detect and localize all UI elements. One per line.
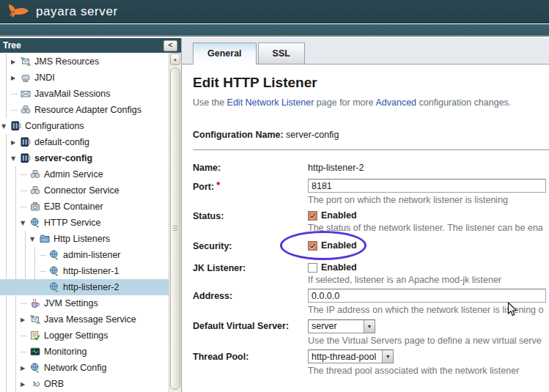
status-checkbox[interactable] <box>308 211 317 221</box>
tree-guide-line <box>1 215 11 231</box>
tree-scrollbar[interactable]: ▲ <box>169 53 181 392</box>
tree-guide-line <box>1 70 11 86</box>
status-checkbox-row: Enabled <box>308 209 549 221</box>
port-label: Port:* <box>193 179 308 205</box>
expand-node-icon[interactable]: ▶ <box>21 381 30 388</box>
tree-guide-line <box>11 215 21 231</box>
section-divider <box>193 149 549 150</box>
tree-item-default-config[interactable]: ▶default-config <box>0 134 181 150</box>
navigation-tree-panel: Tree < ▶JMS Resources▶JNDIJavaMail Sessi… <box>0 38 182 392</box>
tree-item-resource-adapter-configs[interactable]: Resource Adapter Configs <box>0 102 181 118</box>
tree-item-http-service[interactable]: ▼HTTP Service <box>0 215 181 231</box>
security-checkbox-row: Enabled <box>308 239 549 251</box>
tree-item-admin-service[interactable]: Admin Service <box>0 166 181 182</box>
tree-body: ▶JMS Resources▶JNDIJavaMail SessionsReso… <box>0 53 181 392</box>
tab-ssl[interactable]: SSL <box>258 42 305 64</box>
tree-item-connector-service[interactable]: Connector Service <box>0 182 181 199</box>
field-row-default-virtual-server: Default Virtual Server:server▼Use the Vi… <box>193 319 549 346</box>
tree-item-monitoring[interactable]: Monitoring <box>0 344 181 360</box>
tree-guide-line <box>30 263 40 279</box>
tree-item-http-listeners[interactable]: ▼Http Listeners <box>0 231 181 247</box>
tree-guide-line <box>1 134 11 150</box>
expand-node-icon[interactable]: ▶ <box>11 139 21 146</box>
tree-guide-line <box>1 376 11 392</box>
field-row-address: Address:0.0.0.0The IP address on which t… <box>193 289 549 315</box>
tree-item-orb[interactable]: ▶ORB <box>0 376 181 392</box>
tree-guide-line <box>11 376 21 392</box>
jndi-icon <box>21 73 33 83</box>
tree-item-server-config[interactable]: ▼server-config <box>0 150 181 166</box>
tree-connector <box>21 344 30 360</box>
jk-listener-checkbox[interactable] <box>308 263 317 273</box>
page-intro: Use the Edit Network Listener page for m… <box>193 97 549 108</box>
name-label: Name: <box>193 160 308 175</box>
tree-guide-line <box>11 279 21 295</box>
brand-text: payara server <box>36 4 118 19</box>
tree-item-jndi[interactable]: ▶JNDI <box>0 70 181 86</box>
collapse-tree-button[interactable]: < <box>163 40 177 51</box>
tree-item-jms-resources[interactable]: ▶JMS Resources <box>0 53 181 70</box>
dropdown-arrow-icon[interactable]: ▼ <box>364 320 375 333</box>
tree-item-admin-listener[interactable]: admin-listener <box>0 247 181 263</box>
thread-pool-control: http-thread-pool▼The thread pool associa… <box>308 350 549 377</box>
tree-item-network-config[interactable]: ▶Network Config <box>0 360 181 376</box>
thread-pool-selected-value: http-thread-pool <box>309 352 382 362</box>
tree-item-label: ORB <box>44 379 64 389</box>
tree-item-label: Logger Settings <box>44 330 108 341</box>
tree-item-configurations[interactable]: ▼Configurations <box>0 118 181 134</box>
collapse-node-icon[interactable]: ▼ <box>11 155 21 162</box>
port-help-text: The port on which the network listener i… <box>308 195 549 205</box>
tree-item-label: Configurations <box>25 121 84 131</box>
intro-text: page for more <box>314 97 375 108</box>
thread-pool-help-text: The thread pool associated with the netw… <box>308 366 549 376</box>
tree-item-label: admin-listener <box>63 250 121 260</box>
thread-pool-select[interactable]: http-thread-pool▼ <box>308 350 394 363</box>
scroll-up-arrow-icon[interactable]: ▲ <box>170 53 180 65</box>
edit-network-listener-link[interactable]: Edit Network Listener <box>227 97 314 108</box>
tree-guide-line <box>1 86 11 102</box>
tree-item-jvm-settings[interactable]: JVM Settings <box>0 295 181 311</box>
globe-icon <box>30 218 43 228</box>
status-label: Status: <box>193 209 308 233</box>
default-virtual-server-control: server▼Use the Virtual Servers page to d… <box>308 319 549 346</box>
tree-connector <box>21 328 30 344</box>
field-row-security: Security:Enabled <box>193 239 549 254</box>
secondary-toolbar <box>0 24 549 37</box>
required-asterisk: * <box>216 180 220 191</box>
collapse-node-icon[interactable]: ▼ <box>30 236 40 243</box>
tree-item-http-listener-2[interactable]: http-listener-2 <box>0 279 181 295</box>
advanced-link[interactable]: Advanced <box>375 97 416 108</box>
expand-node-icon[interactable]: ▶ <box>21 365 30 371</box>
tree-guide-line <box>1 360 11 376</box>
tree-item-javamail-sessions[interactable]: JavaMail Sessions <box>0 86 181 102</box>
tree-guide-line <box>1 263 11 279</box>
default-virtual-server-select[interactable]: server▼ <box>308 319 375 333</box>
tree-item-ejb-container[interactable]: EJB Container <box>0 199 181 215</box>
payara-admin-console: payara server Tree < ▶JMS Resources▶JNDI… <box>0 0 549 392</box>
service-icon <box>30 169 43 180</box>
tree-item-label: Network Config <box>44 363 106 373</box>
port-input[interactable]: 8181 <box>308 179 546 193</box>
collapse-node-icon[interactable]: ▼ <box>1 123 11 130</box>
tree-guide-line <box>11 263 21 279</box>
page-body: Edit HTTP Listener Use the Edit Network … <box>182 64 549 392</box>
address-input[interactable]: 0.0.0.0 <box>308 289 546 303</box>
expand-node-icon[interactable]: ▶ <box>11 75 21 81</box>
tree-item-label: Connector Service <box>44 185 119 196</box>
tree-item-http-listener-1[interactable]: http-listener-1 <box>0 263 181 279</box>
jk-listener-label: JK Listener: <box>193 261 308 285</box>
dropdown-arrow-icon[interactable]: ▼ <box>382 350 393 363</box>
config-icon <box>21 137 33 147</box>
tree-guide-line <box>1 344 11 360</box>
tab-general[interactable]: General <box>193 42 257 64</box>
security-checkbox[interactable] <box>308 241 317 251</box>
tree-guide-line <box>1 311 11 328</box>
collapse-node-icon[interactable]: ▼ <box>21 220 30 226</box>
expand-node-icon[interactable]: ▶ <box>11 59 21 65</box>
tree-item-logger-settings[interactable]: Logger Settings <box>0 328 181 344</box>
address-label: Address: <box>193 289 308 315</box>
tree-item-java-message-service[interactable]: ▶Java Message Service <box>0 311 181 328</box>
scrollbar-thumb[interactable] <box>170 67 180 390</box>
tree-item-label: server-config <box>34 153 92 163</box>
expand-node-icon[interactable]: ▶ <box>21 317 30 323</box>
